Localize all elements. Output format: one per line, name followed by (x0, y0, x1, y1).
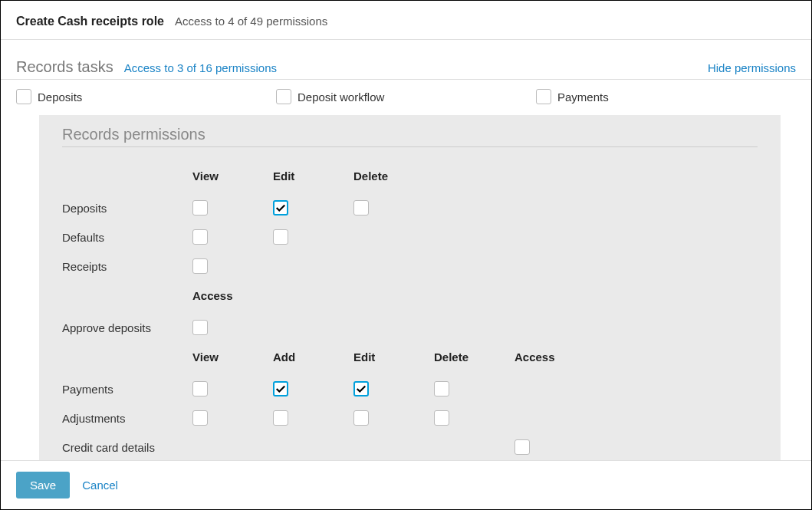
row-label-deposits: Deposits (62, 202, 192, 215)
save-button[interactable]: Save (16, 472, 70, 498)
row-label-payments: Payments (62, 383, 192, 396)
section-subtitle: Access to 3 of 16 permissions (124, 61, 277, 74)
table-header-row: Access (62, 281, 758, 310)
adjustments-delete-checkbox[interactable] (434, 410, 449, 426)
dialog-footer: Save Cancel (1, 460, 811, 509)
row-label-adjustments: Adjustments (62, 412, 192, 425)
col-header-access: Access (514, 350, 595, 364)
task-deposits-checkbox[interactable] (16, 89, 31, 104)
col-header-add: Add (273, 350, 353, 364)
task-payments-checkbox[interactable] (536, 89, 551, 104)
task-label: Deposit workflow (298, 90, 384, 104)
row-label-credit-card-details: Credit card details (62, 441, 192, 454)
payments-view-checkbox[interactable] (192, 381, 208, 396)
deposits-view-checkbox[interactable] (192, 200, 208, 216)
task-label: Deposits (38, 90, 82, 104)
col-header-delete: Delete (353, 169, 434, 183)
adjustments-add-checkbox[interactable] (273, 410, 288, 426)
panel-title: Records permissions (62, 126, 758, 147)
approve-deposits-access-checkbox[interactable] (192, 320, 208, 335)
adjustments-view-checkbox[interactable] (192, 410, 208, 426)
table-row: Approve deposits (62, 313, 758, 342)
task-label: Payments (557, 90, 609, 104)
col-header-delete: Delete (434, 350, 514, 364)
tasks-row: Deposits Deposit workflow Payments (1, 80, 811, 115)
row-label-approve-deposits: Approve deposits (62, 321, 192, 334)
task-payments: Payments (536, 89, 796, 104)
receipts-view-checkbox[interactable] (192, 258, 208, 274)
page-subtitle: Access to 4 of 49 permissions (175, 15, 327, 28)
records-permissions-panel: Records permissions View Edit Delete Dep… (39, 115, 781, 480)
section-title: Records tasks (16, 58, 113, 76)
check-icon (275, 202, 286, 213)
col-header-edit: Edit (273, 169, 353, 183)
deposits-edit-checkbox[interactable] (273, 200, 288, 216)
table-row: Defaults (62, 222, 758, 252)
dialog-container: Create Cash receipts role Access to 4 of… (0, 0, 812, 510)
payments-edit-checkbox[interactable] (353, 381, 369, 396)
table-row: Receipts (62, 252, 758, 281)
defaults-view-checkbox[interactable] (192, 229, 208, 245)
table-row: Payments (62, 374, 758, 403)
check-icon (356, 383, 367, 394)
payments-delete-checkbox[interactable] (434, 381, 449, 396)
table-row: Deposits (62, 193, 758, 222)
row-label-receipts: Receipts (62, 260, 192, 273)
hide-permissions-link[interactable]: Hide permissions (708, 61, 796, 74)
table-row: Credit card details (62, 433, 758, 462)
credit-card-details-access-checkbox[interactable] (514, 439, 530, 455)
check-icon (275, 383, 286, 394)
task-deposit-workflow: Deposit workflow (276, 89, 536, 104)
table-row: Adjustments (62, 403, 758, 433)
adjustments-edit-checkbox[interactable] (353, 410, 369, 426)
col-header-view: View (192, 350, 273, 364)
cancel-button[interactable]: Cancel (82, 479, 118, 492)
page-title: Create Cash receipts role (16, 15, 164, 28)
task-deposits: Deposits (16, 89, 276, 104)
dialog-header: Create Cash receipts role Access to 4 of… (1, 1, 811, 40)
defaults-edit-checkbox[interactable] (273, 229, 288, 245)
permissions-table: View Edit Delete Deposits Defaults R (62, 161, 758, 462)
table-header-row: View Edit Delete (62, 161, 758, 190)
section-header: Records tasks Access to 3 of 16 permissi… (1, 40, 811, 80)
task-deposit-workflow-checkbox[interactable] (276, 89, 291, 104)
col-header-view: View (192, 169, 273, 183)
payments-add-checkbox[interactable] (273, 381, 288, 396)
col-header-edit: Edit (353, 350, 434, 364)
table-header-row: View Add Edit Delete Access (62, 342, 758, 371)
row-label-defaults: Defaults (62, 231, 192, 244)
col-header-access: Access (192, 289, 273, 302)
deposits-delete-checkbox[interactable] (353, 200, 369, 216)
